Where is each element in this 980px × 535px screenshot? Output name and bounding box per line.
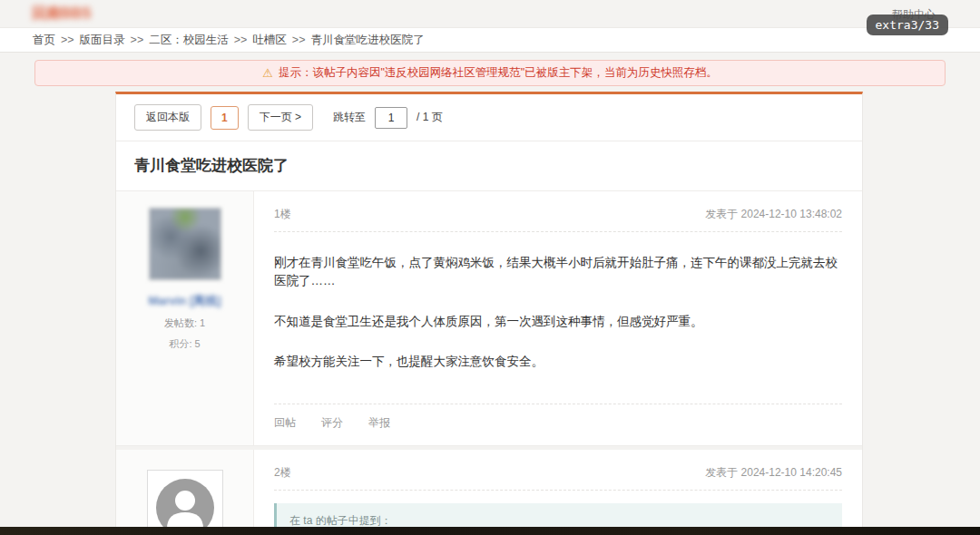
post1-paragraph: 刚才在青川食堂吃午饭，点了黄焖鸡米饭，结果大概半小时后就开始肚子痛，连下午的课都… (274, 254, 842, 291)
breadcrumb-separator: >> (131, 34, 144, 46)
post1-actions: 回帖 评分 举报 (274, 404, 842, 445)
jump-to-label: 跳转至 (333, 110, 366, 125)
post-floor-2: Anonymous [离线] 2楼 发表于 2024-12-10 14:20:4… (116, 450, 862, 535)
post2-timestamp: 发表于 2024-12-10 14:20:45 (705, 465, 842, 481)
next-page-button[interactable]: 下一页 > (248, 104, 313, 131)
site-logo: 回廊BBS (32, 5, 92, 24)
post1-reply-link[interactable]: 回帖 (274, 415, 296, 431)
top-header: 回廊BBS 帮助中心 extra3/33 (0, 0, 980, 27)
back-to-board-button[interactable]: 返回本版 (134, 104, 201, 131)
post1-rate-link[interactable]: 评分 (321, 415, 343, 431)
post1-post-count: 发帖数: 1 (116, 316, 253, 330)
post2-floor-label: 2楼 (274, 465, 291, 481)
thread-card: 返回本版 1 下一页 > 跳转至 / 1 页 青川食堂吃进校医院了 Marvin… (115, 92, 863, 535)
jump-page-input[interactable] (375, 107, 407, 129)
warning-icon: ⚠ (262, 66, 273, 80)
thread-title: 青川食堂吃进校医院了 (116, 141, 862, 191)
removal-notice-text: 提示：该帖子内容因"违反校园网络社区管理规范"已被版主下架，当前为历史快照存档。 (279, 65, 718, 81)
breadcrumb-subboard[interactable]: 吐槽区 (252, 33, 287, 48)
breadcrumb-separator: >> (61, 34, 74, 46)
post1-body: 1楼 发表于 2024-12-10 13:48:02 刚才在青川食堂吃午饭，点了… (254, 191, 862, 445)
breadcrumb-current-thread: 青川食堂吃进校医院了 (310, 33, 424, 48)
post1-user-column: Marvin [离线] 发帖数: 1 积分: 5 (116, 191, 254, 445)
post1-timestamp: 发表于 2024-12-10 13:48:02 (705, 207, 842, 222)
current-page-button[interactable]: 1 (211, 106, 239, 130)
pagination-bar: 返回本版 1 下一页 > 跳转至 / 1 页 (116, 94, 862, 141)
post2-body: 2楼 发表于 2024-12-10 14:20:45 在 ta 的帖子中提到： … (254, 450, 862, 535)
breadcrumb-separator: >> (292, 34, 306, 46)
post2-header: 2楼 发表于 2024-12-10 14:20:45 (274, 459, 842, 491)
breadcrumb: 首页 >> 版面目录 >> 二区：校园生活 >> 吐槽区 >> 青川食堂吃进校医… (0, 27, 980, 53)
post1-credit-count: 积分: 5 (116, 337, 253, 351)
post1-avatar-image (149, 208, 221, 280)
post1-paragraph: 不知道是食堂卫生还是我个人体质原因，第一次遇到这种事情，但感觉好严重。 (274, 313, 842, 331)
snapshot-counter-badge: extra3/33 (867, 15, 948, 35)
breadcrumb-home[interactable]: 首页 (33, 33, 55, 48)
bottom-dark-strip (0, 527, 980, 535)
post1-paragraph: 希望校方能关注一下，也提醒大家注意饮食安全。 (274, 353, 842, 371)
breadcrumb-separator: >> (234, 34, 248, 46)
post2-user-column: Anonymous [离线] (116, 450, 254, 535)
header-right: 帮助中心 extra3/33 (892, 5, 948, 23)
post1-floor-label: 1楼 (274, 207, 291, 222)
post2-avatar-placeholder (147, 470, 223, 535)
total-pages-label: / 1 页 (416, 110, 443, 125)
post-floor-1: Marvin [离线] 发帖数: 1 积分: 5 1楼 发表于 2024-12-… (116, 191, 862, 445)
post1-report-link[interactable]: 举报 (368, 415, 390, 431)
post1-username-link[interactable]: Marvin [离线] (116, 293, 253, 309)
breadcrumb-zone[interactable]: 二区：校园生活 (149, 33, 229, 48)
breadcrumb-board-index[interactable]: 版面目录 (80, 33, 125, 48)
removal-notice-banner: ⚠ 提示：该帖子内容因"违反校园网络社区管理规范"已被版主下架，当前为历史快照存… (34, 60, 946, 86)
post1-header: 1楼 发表于 2024-12-10 13:48:02 (274, 200, 842, 232)
